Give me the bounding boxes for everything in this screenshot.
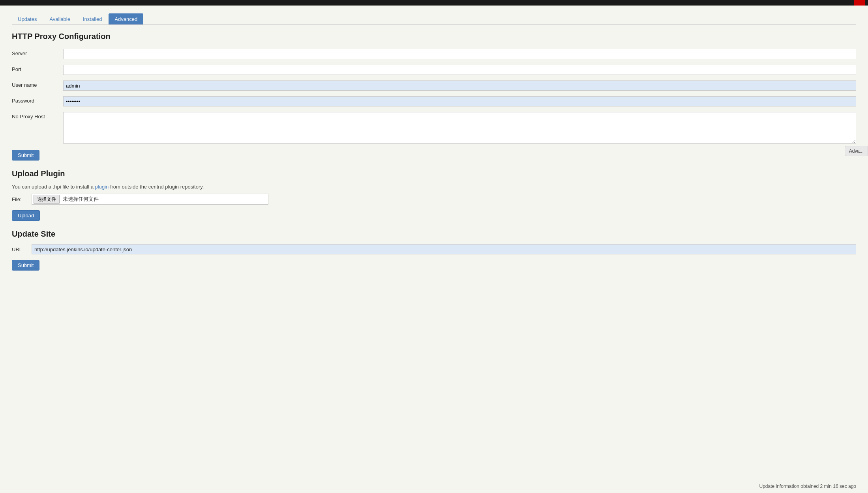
server-label: Server — [12, 49, 63, 56]
update-site-title: Update Site — [12, 230, 856, 239]
top-bar — [0, 0, 868, 6]
update-site-section: Update Site URL Submit — [12, 230, 856, 272]
password-group: Password — [12, 94, 856, 109]
file-label: File: — [12, 196, 32, 202]
username-input[interactable] — [63, 80, 856, 91]
url-label: URL — [12, 246, 32, 252]
choose-file-button[interactable]: 选择文件 — [34, 195, 60, 204]
server-group: Server — [12, 47, 856, 62]
upload-button[interactable]: Upload — [12, 210, 40, 221]
no-proxy-host-label: No Proxy Host — [12, 112, 63, 120]
tabs-container: Updates Available Installed Advanced — [12, 13, 856, 25]
tab-installed[interactable]: Installed — [77, 13, 108, 24]
adva-button[interactable]: Adva... — [845, 146, 868, 156]
main-content: Updates Available Installed Advanced HTT… — [0, 6, 868, 284]
no-proxy-host-input[interactable] — [63, 112, 856, 144]
port-input[interactable] — [63, 65, 856, 75]
file-row: File: 选择文件 未选择任何文件 — [12, 194, 856, 205]
plugin-link[interactable]: plugin — [95, 184, 109, 190]
port-label: Port — [12, 65, 63, 72]
url-input[interactable] — [32, 244, 856, 254]
server-input[interactable] — [63, 49, 856, 59]
update-site-submit-button[interactable]: Submit — [12, 260, 39, 271]
port-group: Port — [12, 62, 856, 77]
upload-plugin-description: You can upload a .hpi file to install a … — [12, 184, 856, 190]
file-input-display: 选择文件 未选择任何文件 — [32, 194, 268, 205]
tab-updates[interactable]: Updates — [12, 13, 43, 24]
username-group: User name — [12, 78, 856, 93]
username-label: User name — [12, 80, 63, 88]
file-name-text: 未选择任何文件 — [63, 196, 99, 203]
tab-advanced[interactable]: Advanced — [109, 13, 143, 24]
upload-plugin-section: Upload Plugin You can upload a .hpi file… — [12, 169, 856, 222]
top-bar-red-indicator — [854, 0, 865, 6]
upload-plugin-title: Upload Plugin — [12, 169, 856, 178]
tab-available[interactable]: Available — [43, 13, 76, 24]
password-label: Password — [12, 96, 63, 104]
http-proxy-title: HTTP Proxy Configuration — [12, 32, 856, 41]
password-input[interactable] — [63, 96, 856, 106]
http-proxy-submit-button[interactable]: Submit — [12, 150, 39, 161]
no-proxy-host-group: No Proxy Host — [12, 110, 856, 146]
url-row: URL — [12, 244, 856, 254]
